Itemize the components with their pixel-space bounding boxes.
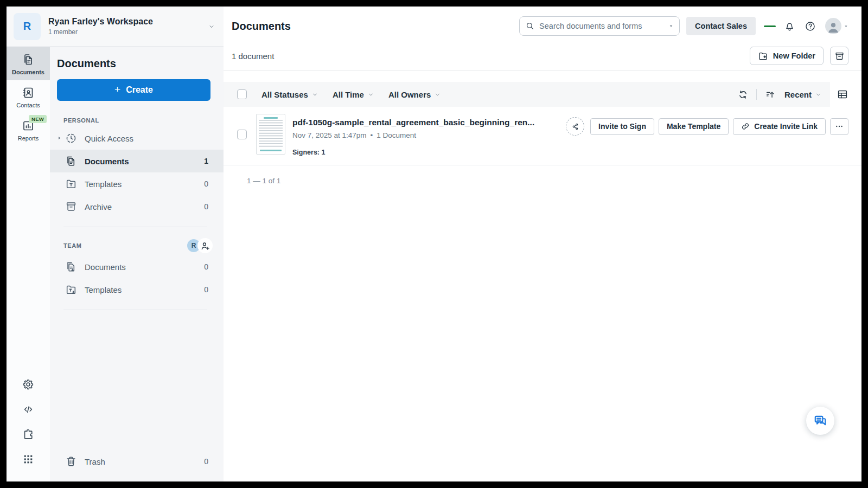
settings-gear-icon[interactable]: [22, 378, 34, 390]
rail-item-documents[interactable]: Documents: [7, 47, 50, 80]
search-scope-caret-icon[interactable]: [668, 23, 674, 29]
document-checkbox[interactable]: [237, 130, 247, 139]
rail-item-label: Contacts: [16, 102, 40, 108]
filter-statuses[interactable]: All Statuses: [261, 90, 318, 99]
sidebar-item-team-documents[interactable]: Documents 0: [50, 255, 224, 278]
sidebar-title: Documents: [57, 57, 210, 70]
more-actions-button[interactable]: [830, 118, 848, 135]
template-folder-icon: [65, 178, 77, 190]
workspace-switcher[interactable]: R Ryan Farley's Workspace 1 member: [7, 7, 224, 47]
workspace-avatar: R: [14, 13, 41, 40]
new-badge: NEW: [29, 115, 47, 123]
chat-bubbles-icon: [813, 414, 827, 428]
clock-icon: [65, 132, 77, 144]
status-dash-icon: [764, 25, 776, 27]
sidebar-item-templates[interactable]: Templates 0: [50, 172, 224, 195]
sidebar-item-trash[interactable]: Trash 0: [50, 450, 224, 473]
document-count-label: 1 document: [232, 52, 274, 61]
item-count: 1: [204, 157, 208, 165]
folder-plus-icon: [758, 51, 768, 61]
account-menu[interactable]: [825, 18, 848, 34]
icon-rail: Documents Contacts NEW Reports: [7, 47, 50, 481]
sidebar-item-archive[interactable]: Archive 0: [50, 195, 224, 218]
refresh-icon[interactable]: [738, 89, 748, 100]
make-template-button[interactable]: Make Template: [659, 118, 729, 135]
filter-bar: All Statuses All Time All Owners: [224, 82, 830, 107]
pagination-label: 1 — 1 of 1: [224, 165, 861, 185]
user-avatar: [825, 18, 841, 34]
rail-item-contacts[interactable]: Contacts: [7, 80, 50, 113]
link-icon: [741, 122, 750, 131]
workspace-info: Ryan Farley's Workspace 1 member: [48, 17, 153, 36]
chevron-down-icon: [368, 92, 374, 98]
document-row: pdf-1050g-sample_rental_agreement_basic_…: [224, 107, 861, 165]
item-count: 0: [204, 202, 208, 211]
item-count: 0: [204, 262, 208, 271]
select-all-checkbox[interactable]: [237, 89, 247, 99]
contacts-icon: [22, 86, 35, 99]
notifications-bell-icon[interactable]: [784, 21, 795, 32]
document-title[interactable]: pdf-1050g-sample_rental_agreement_basic_…: [292, 118, 534, 127]
filter-owners[interactable]: All Owners: [388, 90, 441, 99]
sidebar-item-team-templates[interactable]: Templates 0: [50, 278, 224, 301]
item-count: 0: [204, 285, 208, 294]
divider: [224, 70, 861, 71]
archive-view-button[interactable]: [830, 47, 848, 65]
document-thumbnail[interactable]: [256, 114, 285, 155]
help-icon[interactable]: [805, 21, 816, 32]
chevron-down-icon[interactable]: [208, 23, 215, 30]
add-member-button[interactable]: [197, 238, 213, 253]
invite-to-sign-button[interactable]: Invite to Sign: [590, 118, 654, 135]
document-count: 1 Document: [376, 131, 416, 139]
api-code-icon[interactable]: [22, 403, 34, 415]
sort-order-dropdown[interactable]: Recent: [784, 90, 821, 99]
plus-icon: +: [114, 84, 120, 95]
chevron-right-icon[interactable]: [57, 136, 62, 140]
create-button[interactable]: + Create: [57, 79, 210, 101]
share-button[interactable]: [566, 117, 584, 136]
team-template-folder-icon: [65, 284, 77, 296]
person-icon: [826, 20, 840, 34]
page-title: Documents: [232, 20, 291, 33]
table-view-icon[interactable]: [837, 88, 848, 100]
document-info: pdf-1050g-sample_rental_agreement_basic_…: [292, 114, 534, 156]
main-header: Documents Contact Sales: [224, 7, 861, 41]
item-count: 0: [204, 179, 208, 188]
divider: [63, 227, 207, 227]
create-invite-link-button[interactable]: Create Invite Link: [733, 118, 826, 135]
archive-icon: [834, 51, 845, 61]
search-box[interactable]: [519, 16, 680, 36]
search-input[interactable]: [539, 22, 664, 30]
sidebar-item-documents[interactable]: Documents 1: [50, 150, 224, 172]
document-meta: Nov 7, 2025 at 1:47pm • 1 Document: [292, 131, 534, 139]
sort-icon[interactable]: [765, 89, 775, 100]
toolbar-row: 1 document New Folder: [224, 41, 861, 70]
rail-item-label: Documents: [12, 69, 44, 75]
new-folder-button[interactable]: New Folder: [750, 47, 824, 65]
chevron-down-icon: [435, 92, 441, 98]
share-network-icon: [571, 122, 580, 131]
meta-separator: •: [371, 131, 373, 139]
sidebar-item-quick-access[interactable]: Quick Access: [50, 127, 224, 150]
personal-section-label: PERSONAL: [63, 117, 210, 124]
signers-label: Signers: 1: [292, 149, 534, 156]
chevron-down-icon: [815, 92, 821, 98]
document-date: Nov 7, 2025 at 1:47pm: [292, 131, 367, 139]
filter-time[interactable]: All Time: [333, 90, 374, 99]
filter-row: All Statuses All Time All Owners: [224, 82, 861, 107]
integrations-puzzle-icon[interactable]: [22, 428, 34, 440]
rail-item-label: Reports: [18, 135, 39, 142]
workspace-name: Ryan Farley's Workspace: [48, 17, 153, 27]
chat-support-button[interactable]: [806, 407, 834, 435]
document-actions: Invite to Sign Make Template Create Invi…: [566, 114, 848, 136]
contact-sales-button[interactable]: Contact Sales: [686, 17, 756, 35]
trash-icon: [65, 455, 77, 467]
chevron-down-icon: [312, 92, 318, 98]
main-content: Documents Contact Sales: [224, 7, 861, 481]
team-documents-icon: [65, 261, 77, 273]
rail-item-reports[interactable]: NEW Reports: [7, 113, 50, 146]
archive-icon: [65, 201, 77, 213]
documents-icon: [65, 155, 77, 167]
screenshot-frame: R Ryan Farley's Workspace 1 member Docum…: [0, 0, 868, 488]
apps-grid-icon[interactable]: [22, 453, 34, 465]
